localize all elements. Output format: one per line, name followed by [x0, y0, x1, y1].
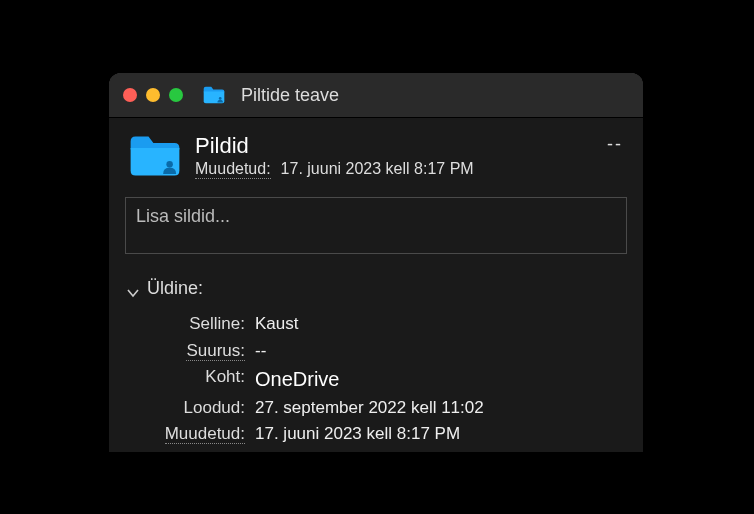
section-toggle-general[interactable]: Üldine: [127, 278, 625, 299]
modified-label: Muudetud: [165, 424, 245, 444]
size-summary: -- [607, 134, 623, 155]
size-value: -- [255, 338, 266, 364]
svg-point-0 [219, 97, 222, 100]
zoom-icon[interactable] [169, 88, 183, 102]
tags-placeholder: Lisa sildid... [136, 206, 230, 226]
folder-icon [203, 86, 225, 104]
folder-icon [129, 134, 181, 178]
size-label: Suurus: [186, 341, 245, 361]
tags-input[interactable]: Lisa sildid... [125, 197, 627, 254]
window-title: Piltide teave [241, 85, 339, 106]
svg-point-1 [166, 161, 173, 168]
where-value: OneDrive [255, 364, 339, 395]
general-section: Üldine: Selline: Kaust Suurus: -- Koht: … [109, 272, 643, 451]
file-header: Pildid Muudetud: 17. juuni 2023 kell 8:1… [109, 118, 643, 189]
close-icon[interactable] [123, 88, 137, 102]
window-controls [123, 88, 183, 102]
created-label: Loodud: [127, 395, 255, 421]
titlebar[interactable]: Piltide teave [109, 73, 643, 118]
row-created: Loodud: 27. september 2022 kell 11:02 [127, 395, 625, 421]
row-where: Koht: OneDrive [127, 364, 625, 395]
minimize-icon[interactable] [146, 88, 160, 102]
modified-value: 17. juuni 2023 kell 8:17 PM [255, 421, 460, 447]
window-body: Pildid Muudetud: 17. juuni 2023 kell 8:1… [109, 118, 643, 452]
created-value: 27. september 2022 kell 11:02 [255, 395, 484, 421]
kind-label: Selline: [127, 311, 255, 337]
chevron-down-icon [127, 283, 139, 295]
where-label: Koht: [127, 364, 255, 395]
row-modified: Muudetud: 17. juuni 2023 kell 8:17 PM [127, 421, 625, 447]
modified-label: Muudetud: [195, 160, 271, 179]
file-name: Pildid [195, 134, 474, 158]
row-size: Suurus: -- [127, 338, 625, 364]
info-window: Piltide teave Pildid Muudetud: 17. juuni… [109, 73, 643, 452]
section-title: Üldine: [147, 278, 203, 299]
row-kind: Selline: Kaust [127, 311, 625, 337]
modified-value: 17. juuni 2023 kell 8:17 PM [281, 160, 474, 179]
kind-value: Kaust [255, 311, 298, 337]
